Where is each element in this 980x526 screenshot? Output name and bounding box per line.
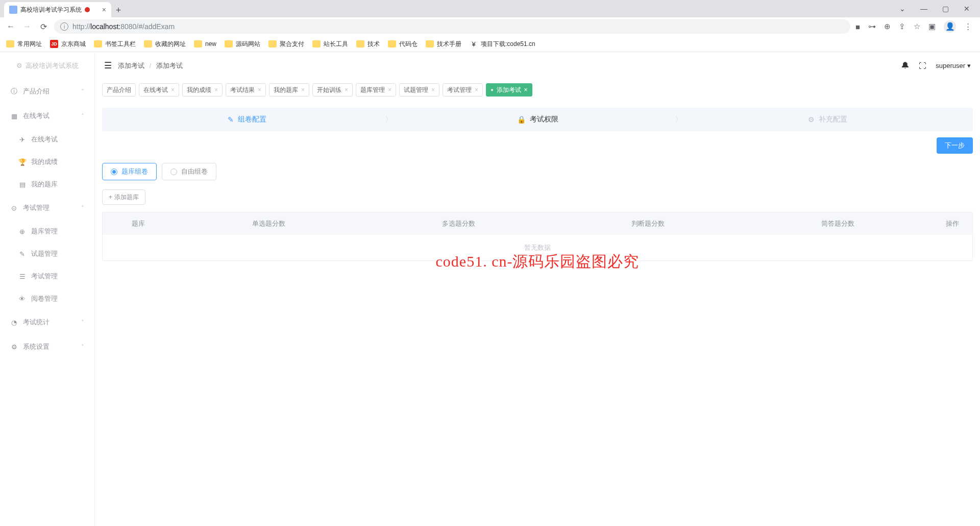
zoom-icon[interactable]: ⊕ <box>884 22 891 31</box>
close-icon[interactable]: × <box>301 86 305 93</box>
bookmark-item[interactable]: JD京东商城 <box>50 40 86 49</box>
address-bar[interactable]: i http://localhost:8080/#/addExam <box>54 19 850 34</box>
add-bank-button[interactable]: + 添加题库 <box>102 189 145 205</box>
menu-label: 系统设置 <box>23 342 50 351</box>
close-tab-icon[interactable]: × <box>102 6 106 14</box>
page-tab[interactable]: 开始训练× <box>312 83 353 97</box>
breadcrumb: 添加考试 / 添加考试 <box>118 61 183 70</box>
tab-label: 产品介绍 <box>107 86 131 94</box>
menu-label: 产品介绍 <box>23 87 50 96</box>
plus-icon: + <box>109 194 112 201</box>
sidebar-subitem[interactable]: ✈在线考试 <box>0 128 94 151</box>
close-icon[interactable]: × <box>214 86 218 93</box>
sidebar-item[interactable]: ⚙系统设置˅ <box>0 334 94 359</box>
extensions-icon[interactable]: ▣ <box>928 22 936 31</box>
share-icon[interactable]: ⇪ <box>899 22 905 31</box>
close-icon[interactable]: × <box>345 86 348 93</box>
brand-label: 高校培训考试系统 <box>26 61 79 70</box>
folder-icon <box>194 40 202 47</box>
minimize-icon[interactable]: — <box>918 5 930 13</box>
forward-button[interactable]: → <box>21 22 33 31</box>
page-tab[interactable]: 题库管理× <box>356 83 396 97</box>
step-label: 考试权限 <box>530 115 558 124</box>
page-tab[interactable]: 在线考试× <box>139 83 179 97</box>
radio-icon <box>111 169 117 175</box>
maximize-icon[interactable]: ▢ <box>939 5 951 13</box>
submenu-label: 我的题库 <box>31 180 58 189</box>
bell-icon[interactable]: 🔔︎ <box>901 61 910 71</box>
close-icon[interactable]: × <box>431 86 435 93</box>
folder-icon <box>426 40 434 47</box>
sidebar-item[interactable]: ▦在线考试˄ <box>0 104 94 128</box>
sidebar-subitem[interactable]: ▤我的题库 <box>0 173 94 196</box>
page-tab[interactable]: 我的题库× <box>269 83 309 97</box>
page-tab[interactable]: 我的成绩× <box>182 83 223 97</box>
close-icon[interactable]: × <box>388 86 391 93</box>
step-item[interactable]: ⚙补充配置 <box>682 115 973 124</box>
back-button[interactable]: ← <box>5 22 16 31</box>
page-tab[interactable]: 添加考试× <box>486 83 532 97</box>
step-item[interactable]: 🔒考试权限〉 <box>393 115 683 124</box>
bookmark-item[interactable]: 站长工具 <box>312 40 348 49</box>
close-icon[interactable]: × <box>171 86 175 93</box>
sidebar-subitem[interactable]: ⊕题库管理 <box>0 220 94 243</box>
sidebar-item[interactable]: ⊙考试管理˄ <box>0 196 94 220</box>
menu-label: 考试管理 <box>23 203 50 212</box>
hamburger-icon[interactable]: ☰ <box>104 60 112 71</box>
submenu-label: 试题管理 <box>31 249 58 258</box>
profile-avatar-icon[interactable]: 👤 <box>944 20 956 33</box>
menu-icon[interactable]: ⋮ <box>964 22 972 31</box>
compose-mode-radio-group: 题库组卷自由组卷 <box>102 163 973 180</box>
close-icon[interactable]: × <box>475 86 478 93</box>
close-icon[interactable]: × <box>524 86 528 93</box>
reload-button[interactable]: ⟳ <box>38 22 49 32</box>
sidebar-item[interactable]: ⓘ产品介绍˅ <box>0 79 94 104</box>
menu-icon: ◔ <box>10 319 18 326</box>
step-item[interactable]: ✎组卷配置〉 <box>102 115 393 124</box>
bookmark-item[interactable]: 源码网站 <box>225 40 260 49</box>
key-icon[interactable]: ⊶ <box>868 22 876 31</box>
sidebar-subitem[interactable]: 🏆我的成绩 <box>0 151 94 173</box>
bookmark-item[interactable]: 书签工具栏 <box>94 40 136 49</box>
radio-option[interactable]: 自由组卷 <box>162 163 216 180</box>
bookmark-item[interactable]: 聚合支付 <box>268 40 304 49</box>
menu-label: 考试统计 <box>23 318 50 327</box>
page-tab[interactable]: 产品介绍 <box>102 83 136 97</box>
breadcrumb-item[interactable]: 添加考试 <box>118 62 144 69</box>
site-info-icon[interactable]: i <box>60 22 68 31</box>
page-tab[interactable]: 试题管理× <box>399 83 439 97</box>
table-column-header: 多选题分数 <box>364 219 554 228</box>
new-tab-button[interactable]: + <box>111 3 126 17</box>
close-window-icon[interactable]: ✕ <box>961 5 973 13</box>
bookmark-item[interactable]: 常用网址 <box>6 40 42 49</box>
sidebar-subitem[interactable]: 👁阅卷管理 <box>0 288 94 310</box>
page-tab[interactable]: 考试结果× <box>226 83 266 97</box>
camera-icon[interactable]: ■ <box>855 22 860 31</box>
table-column-header: 判断题分数 <box>553 219 743 228</box>
toolbar-right-icons: ■ ⊶ ⊕ ⇪ ☆ ▣ 👤 ⋮ <box>855 20 975 33</box>
browser-tab[interactable]: 高校培训考试学习系统 × <box>4 2 111 17</box>
next-button[interactable]: 下一步 <box>937 137 973 154</box>
window-dropdown-icon[interactable]: ⌄ <box>896 5 909 13</box>
bookmark-label: 京东商城 <box>61 40 86 49</box>
bookmark-item[interactable]: 技术 <box>356 40 380 49</box>
user-menu[interactable]: superuser ▾ <box>936 62 971 69</box>
bookmark-item[interactable]: ¥项目下载:code51.cn <box>470 40 535 49</box>
bookmark-item[interactable]: 技术手册 <box>426 40 461 49</box>
close-icon[interactable]: × <box>258 86 261 93</box>
jd-icon: JD <box>50 40 58 48</box>
menu-icon: ⓘ <box>10 87 18 96</box>
sidebar-subitem[interactable]: ✎试题管理 <box>0 243 94 265</box>
tab-label: 考试管理 <box>447 86 472 94</box>
sidebar-subitem[interactable]: ☰考试管理 <box>0 265 94 288</box>
page-tab[interactable]: 考试管理× <box>443 83 483 97</box>
step-label: 组卷配置 <box>238 115 266 124</box>
radio-option[interactable]: 题库组卷 <box>102 163 157 180</box>
fullscreen-icon[interactable]: ⛶ <box>919 61 926 70</box>
bookmark-item[interactable]: new <box>194 40 216 47</box>
bookmark-item[interactable]: 收藏的网址 <box>144 40 186 49</box>
star-icon[interactable]: ☆ <box>914 22 920 31</box>
sidebar-item[interactable]: ◔考试统计˅ <box>0 310 94 334</box>
bookmark-item[interactable]: 代码仓 <box>388 40 418 49</box>
radio-icon <box>170 169 177 175</box>
